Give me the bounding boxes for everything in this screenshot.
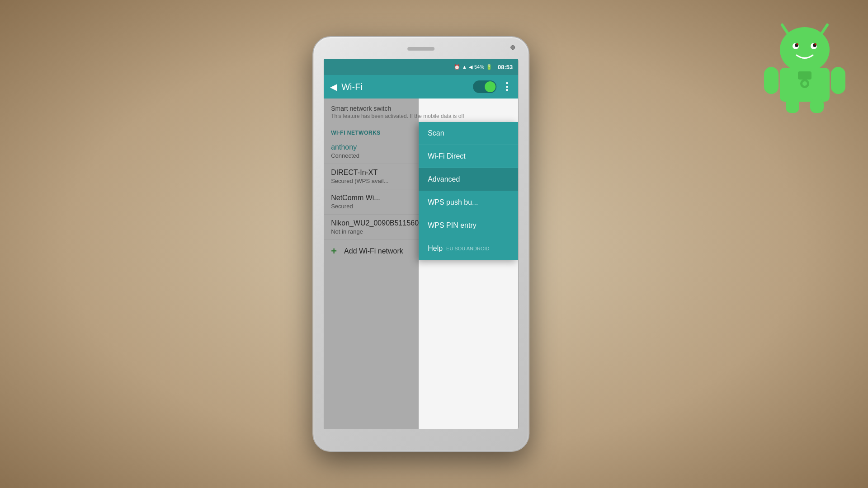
svg-rect-10 [764, 67, 778, 94]
eu-sou-watermark: EU SOU ANDROID [446, 246, 489, 251]
svg-rect-12 [786, 99, 799, 113]
screen-content: Smart network switch This feature has be… [324, 99, 518, 429]
back-button[interactable]: ◀ [330, 81, 337, 92]
status-time: 08:53 [498, 64, 513, 70]
svg-rect-14 [798, 71, 811, 80]
battery-percent: 54% [474, 64, 484, 70]
alarm-icon: ⏰ [454, 64, 460, 70]
title-bar: ◀ Wi-Fi ⋮ [324, 75, 518, 99]
battery-icon: 🔋 [486, 64, 492, 70]
phone-body: SAMSUNG ⏰ ▲ ◀ 54% 🔋 08:53 ◀ Wi-Fi ⋮ [312, 36, 529, 452]
menu-item-wps-pin[interactable]: WPS PIN entry [419, 214, 518, 237]
page-title: Wi-Fi [341, 82, 473, 92]
help-item-inner: Help EU SOU ANDROID [428, 244, 509, 253]
phone-speaker [407, 47, 434, 51]
menu-item-scan[interactable]: Scan [419, 122, 518, 145]
wifi-signal-icon: ▲ [462, 64, 467, 70]
status-icons: ⏰ ▲ ◀ 54% 🔋 [454, 64, 492, 70]
menu-item-advanced[interactable]: Advanced [419, 168, 518, 191]
svg-point-2 [780, 27, 830, 72]
help-label: Help [428, 244, 443, 253]
status-bar: ⏰ ▲ ◀ 54% 🔋 08:53 [324, 59, 518, 75]
phone-camera [510, 45, 515, 50]
menu-item-wps-push[interactable]: WPS push bu... [419, 191, 518, 214]
more-options-button[interactable]: ⋮ [502, 81, 512, 93]
svg-point-16 [802, 81, 807, 86]
svg-rect-13 [810, 99, 824, 113]
svg-point-7 [797, 43, 798, 45]
android-mascot [760, 14, 850, 113]
wifi-toggle-thumb [485, 81, 495, 92]
menu-item-help[interactable]: Help EU SOU ANDROID [419, 237, 518, 260]
menu-item-wifidirect[interactable]: Wi-Fi Direct [419, 145, 518, 168]
wifi-toggle[interactable] [473, 80, 496, 93]
dim-overlay [324, 99, 419, 429]
svg-rect-11 [831, 67, 845, 94]
phone-screen: SAMSUNG ⏰ ▲ ◀ 54% 🔋 08:53 ◀ Wi-Fi ⋮ [324, 59, 518, 429]
signal-bars-icon: ◀ [469, 64, 472, 70]
dropdown-menu: Scan Wi-Fi Direct Advanced WPS push bu..… [419, 122, 518, 260]
svg-point-8 [815, 43, 816, 45]
